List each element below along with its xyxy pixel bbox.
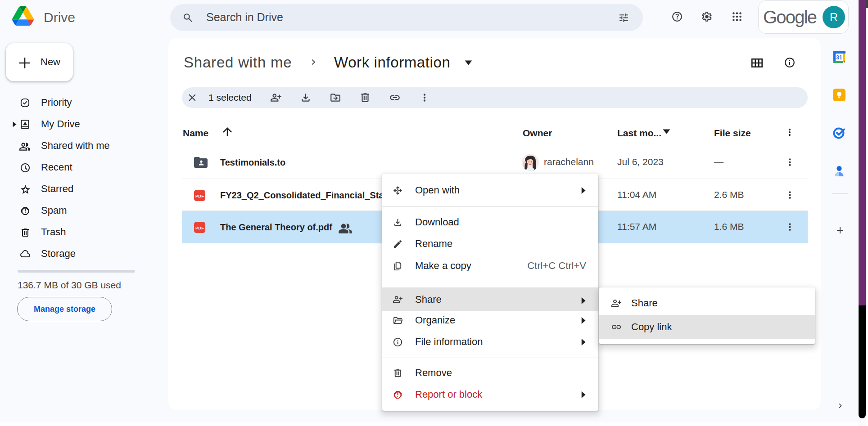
svg-text:PDF: PDF xyxy=(195,193,204,198)
svg-text:PDF: PDF xyxy=(195,225,204,230)
svg-text:31: 31 xyxy=(836,54,842,61)
